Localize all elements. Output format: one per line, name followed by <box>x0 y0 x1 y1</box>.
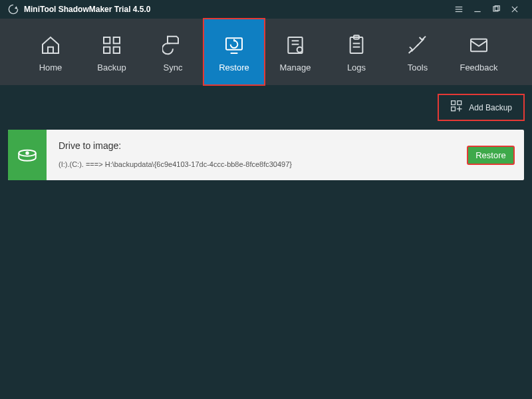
nav-logs[interactable]: Logs <box>326 19 387 85</box>
svg-point-17 <box>297 47 303 52</box>
logs-icon <box>346 32 367 59</box>
svg-rect-25 <box>452 107 456 111</box>
restore-icon <box>223 32 245 59</box>
drive-icon <box>8 130 47 180</box>
manage-icon <box>285 32 306 59</box>
nav-label: Feedback <box>460 63 497 72</box>
svg-rect-22 <box>471 39 487 51</box>
nav-label: Tools <box>408 63 428 72</box>
nav-manage[interactable]: Manage <box>265 19 326 85</box>
task-path: (I:).(C:). ===> H:\backupdata\{6c9e4103-… <box>59 160 452 168</box>
nav-backup[interactable]: Backup <box>81 19 142 85</box>
tools-icon <box>407 32 428 59</box>
main-nav: Home Backup Sync Restore Manage Logs T <box>0 19 532 85</box>
titlebar: MiniTool ShadowMaker Trial 4.5.0 <box>0 0 532 19</box>
svg-rect-9 <box>114 37 120 43</box>
task-title: Drive to image: <box>59 140 452 151</box>
add-backup-label: Add Backup <box>469 103 512 112</box>
nav-home[interactable]: Home <box>20 19 81 85</box>
backup-icon <box>101 32 122 59</box>
svg-rect-14 <box>288 37 302 53</box>
menu-button[interactable] <box>450 0 468 19</box>
home-icon <box>40 32 61 59</box>
nav-restore[interactable]: Restore <box>203 19 265 85</box>
svg-rect-11 <box>114 47 120 53</box>
feedback-icon <box>468 32 489 59</box>
nav-sync[interactable]: Sync <box>142 19 203 85</box>
svg-rect-24 <box>458 101 462 105</box>
nav-label: Backup <box>97 63 126 72</box>
svg-rect-23 <box>452 101 456 105</box>
content-area: Add Backup Drive to image: (I:).(C:). ==… <box>0 85 532 190</box>
nav-label: Restore <box>219 63 249 72</box>
close-button[interactable] <box>505 0 524 19</box>
maximize-button[interactable] <box>487 0 505 19</box>
svg-rect-8 <box>104 37 110 43</box>
nav-label: Logs <box>347 63 366 72</box>
nav-label: Sync <box>164 63 183 72</box>
app-title: MiniTool ShadowMaker Trial 4.5.0 <box>24 5 151 14</box>
add-backup-button[interactable]: Add Backup <box>438 94 524 120</box>
svg-point-29 <box>26 152 28 154</box>
backup-task-card: Drive to image: (I:).(C:). ===> H:\backu… <box>8 130 524 180</box>
svg-rect-10 <box>104 47 110 53</box>
add-backup-icon <box>450 100 464 115</box>
nav-label: Home <box>39 63 63 72</box>
sync-icon <box>162 32 184 59</box>
nav-tools[interactable]: Tools <box>387 19 448 85</box>
app-logo-icon <box>8 4 19 15</box>
nav-label: Manage <box>280 63 311 72</box>
nav-feedback[interactable]: Feedback <box>448 19 509 85</box>
minimize-button[interactable] <box>468 0 487 19</box>
restore-button[interactable]: Restore <box>467 146 514 164</box>
